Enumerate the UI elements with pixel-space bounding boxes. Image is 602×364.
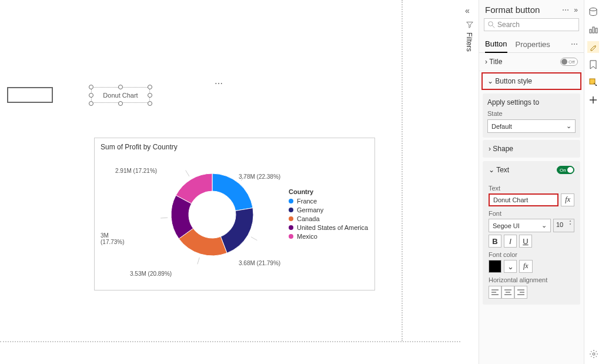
format-visual-icon[interactable]	[587, 41, 599, 53]
underline-button[interactable]: U	[519, 235, 532, 248]
svg-point-23	[593, 353, 595, 355]
title-toggle[interactable]: Off	[560, 58, 578, 66]
legend-item: Canada	[289, 215, 368, 222]
format-tabs: Button Properties ⋯	[479, 36, 584, 53]
chevron-right-icon: ›	[489, 145, 491, 153]
tab-button[interactable]: Button	[485, 36, 507, 53]
svg-rect-18	[593, 27, 594, 33]
horiz-align-label: Horizontal alignment	[489, 276, 574, 283]
italic-button[interactable]: I	[504, 235, 517, 248]
resize-handle[interactable]	[118, 85, 123, 89]
slice-label: 3.68M (21.79%)	[239, 260, 280, 266]
filters-pane-collapsed[interactable]: « Filters	[461, 6, 478, 52]
resize-handle[interactable]	[89, 85, 93, 89]
chart-legend: Country FranceGermanyCanadaUnited States…	[289, 188, 368, 242]
text-toggle[interactable]: On	[557, 166, 574, 174]
chart-title: Sum of Profit by Country	[95, 138, 374, 153]
svg-line-3	[160, 218, 168, 218]
section-title[interactable]: › Title Off	[479, 53, 584, 71]
font-color-dropdown[interactable]: ⌄	[504, 260, 517, 273]
legend-item: United States of America	[289, 224, 368, 231]
svg-line-1	[251, 237, 257, 241]
visual-options-icon[interactable]: ⋯	[215, 79, 224, 88]
legend-item: Germany	[289, 206, 368, 213]
slice-label: 3.53M (20.89%)	[130, 271, 172, 277]
legend-dot	[289, 225, 293, 230]
text-field-label: Text	[489, 185, 574, 192]
search-input[interactable]: Search	[484, 18, 579, 31]
canvas-border	[0, 341, 460, 342]
svg-line-2	[198, 258, 199, 264]
chevron-down-icon: ⌄	[541, 222, 547, 229]
resize-handle[interactable]	[118, 101, 123, 106]
settings-gear-icon[interactable]	[589, 349, 598, 360]
legend-item: Mexico	[289, 233, 368, 240]
text-properties-group: Text Donut Chart fx Font Segoe UI ⌄ 10 ˄…	[483, 179, 580, 305]
tabs-more-icon[interactable]: ⋯	[571, 40, 578, 48]
fx-button[interactable]: fx	[519, 260, 533, 273]
build-visual-icon[interactable]	[587, 24, 599, 35]
search-placeholder: Search	[497, 21, 520, 29]
right-rail	[584, 0, 602, 364]
legend-dot	[289, 234, 293, 239]
section-shape[interactable]: › Shape	[483, 140, 580, 158]
apply-settings-label: Apply settings to	[487, 98, 576, 106]
resize-handle[interactable]	[89, 101, 93, 106]
align-left-button[interactable]	[489, 286, 501, 299]
text-value-input[interactable]: Donut Chart	[489, 193, 558, 206]
donut-chart-visual[interactable]: Sum of Profit by Country 3.78M (22.38%)3…	[94, 138, 375, 290]
font-size-input[interactable]: 10 ˄˅	[553, 219, 574, 232]
state-label: State	[487, 110, 576, 117]
svg-line-6	[493, 26, 495, 28]
add-icon[interactable]	[587, 94, 599, 106]
resize-handle[interactable]	[148, 101, 152, 106]
font-color-swatch[interactable]	[489, 260, 501, 273]
font-label: Font	[489, 210, 574, 217]
slice-label: 3.78M (22.38%)	[239, 173, 280, 180]
section-button-style[interactable]: ⌄ Button style	[481, 72, 581, 90]
selection-icon[interactable]	[587, 76, 599, 88]
svg-rect-17	[590, 29, 591, 33]
bookmark-icon[interactable]	[587, 59, 599, 71]
svg-point-16	[590, 8, 597, 11]
resize-handle[interactable]	[148, 93, 152, 98]
blank-button-visual[interactable]	[7, 87, 53, 103]
resize-handle[interactable]	[89, 93, 93, 98]
fx-button[interactable]: fx	[561, 193, 574, 206]
search-icon	[488, 21, 495, 28]
align-right-button[interactable]	[514, 286, 527, 299]
chevron-down-icon: ⌄	[566, 122, 571, 130]
button-text: Donut Chart	[91, 87, 150, 103]
font-color-label: Font color	[489, 251, 574, 258]
section-text[interactable]: ⌄ Text On	[483, 161, 580, 179]
bold-button[interactable]: B	[489, 235, 501, 248]
pane-header: Format button ⋯ »	[479, 0, 584, 18]
expand-pane-icon[interactable]: »	[574, 6, 578, 14]
expand-filters-icon[interactable]: «	[465, 6, 478, 15]
format-pane: Format button ⋯ » Search Button Properti…	[479, 0, 584, 364]
apply-settings-group: Apply settings to State Default ⌄	[483, 93, 580, 138]
state-dropdown[interactable]: Default ⌄	[487, 119, 576, 133]
svg-line-4	[186, 171, 189, 176]
font-family-dropdown[interactable]: Segoe UI ⌄	[489, 219, 551, 232]
pane-title: Format button	[485, 5, 540, 15]
slice-label: 2.91M (17.21%)	[115, 168, 157, 174]
align-center-button[interactable]	[501, 286, 514, 299]
slice-label: 3M(17.73%)	[101, 232, 125, 245]
filter-icon	[466, 21, 473, 28]
more-options-icon[interactable]: ⋯	[562, 6, 569, 14]
resize-handle[interactable]	[148, 85, 152, 89]
legend-title: Country	[289, 188, 368, 195]
legend-dot	[289, 216, 293, 221]
tab-properties[interactable]: Properties	[516, 36, 550, 52]
chevron-right-icon: ›	[485, 58, 487, 66]
legend-item: France	[289, 198, 368, 205]
svg-point-5	[489, 22, 493, 26]
stepper-icon[interactable]: ˄˅	[569, 221, 571, 230]
filters-label: Filters	[465, 32, 473, 52]
svg-rect-19	[596, 28, 597, 33]
report-canvas[interactable]: ⋯ Donut Chart Sum of Profit by Country 3…	[0, 0, 403, 341]
chevron-down-icon: ⌄	[487, 77, 493, 85]
data-icon[interactable]	[587, 6, 599, 18]
legend-dot	[289, 208, 293, 212]
